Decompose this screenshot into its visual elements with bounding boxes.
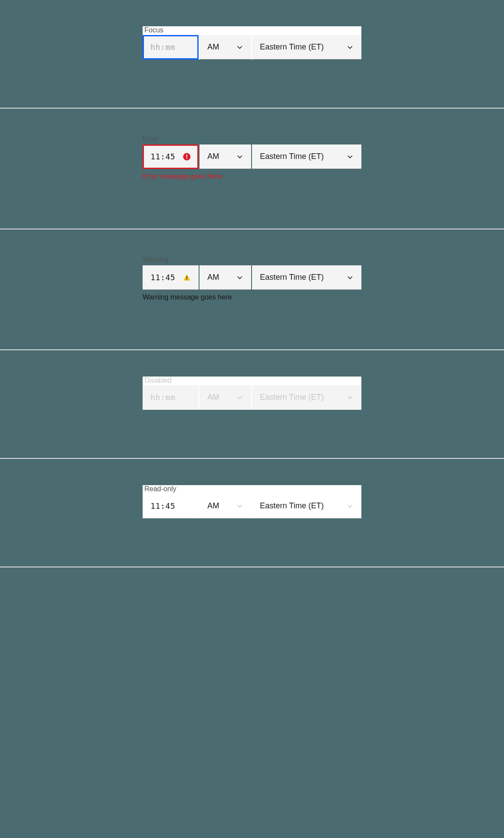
field-label: Error	[143, 135, 361, 144]
section-warning: Warning 11:45 AM Eastern Time (ET)	[0, 229, 504, 350]
time-picker-focus: Focus hh:mm AM Eastern Time (ET)	[143, 26, 361, 60]
field-label: Disabled	[143, 377, 361, 385]
timezone-value: Eastern Time (ET)	[260, 501, 324, 511]
error-filled-icon	[183, 153, 191, 161]
timezone-value: Eastern Time (ET)	[260, 273, 324, 282]
timezone-value: Eastern Time (ET)	[260, 42, 324, 52]
time-input: 11:45	[143, 494, 199, 518]
chevron-down-icon	[236, 394, 243, 401]
chevron-down-icon	[346, 153, 354, 160]
ampm-value: AM	[207, 42, 219, 52]
svg-rect-3	[186, 276, 187, 278]
time-placeholder: hh:mm	[150, 42, 175, 52]
ampm-value: AM	[207, 273, 219, 282]
warning-filled-icon	[183, 274, 191, 282]
chevron-down-icon	[346, 503, 354, 510]
timezone-select[interactable]: Eastern Time (ET)	[252, 265, 361, 290]
timezone-select: Eastern Time (ET)	[252, 385, 361, 410]
time-input[interactable]: 11:45	[143, 265, 199, 290]
chevron-down-icon	[346, 274, 354, 281]
time-picker-readonly: Read-only 11:45 AM Eastern Time (ET)	[143, 485, 361, 518]
error-message: Error message goes here	[143, 169, 361, 180]
time-picker-error: Error 11:45 AM Eastern Time (ET)	[143, 135, 361, 180]
ampm-select: AM	[200, 385, 251, 410]
chevron-down-icon	[236, 153, 243, 160]
field-row: 11:45 AM Eastern Time (ET)	[143, 494, 361, 518]
time-value: 11:45	[150, 501, 175, 511]
ampm-select: AM	[200, 494, 251, 518]
section-readonly: Read-only 11:45 AM Eastern Time (ET)	[0, 459, 504, 567]
field-label: Read-only	[143, 485, 361, 494]
section-disabled: Disabled hh:mm AM Eastern Time (ET)	[0, 350, 504, 459]
timezone-value: Eastern Time (ET)	[260, 152, 324, 161]
time-value: 11:45	[150, 273, 175, 282]
timezone-select[interactable]: Eastern Time (ET)	[252, 35, 361, 60]
svg-rect-1	[186, 154, 187, 157]
ampm-value: AM	[207, 393, 219, 402]
chevron-down-icon	[236, 503, 243, 510]
section-error: Error 11:45 AM Eastern Time (ET)	[0, 109, 504, 229]
time-placeholder: hh:mm	[150, 393, 175, 402]
time-value: 11:45	[150, 152, 175, 161]
ampm-select[interactable]: AM	[200, 265, 251, 290]
chevron-down-icon	[236, 274, 243, 281]
field-row: 11:45 AM Eastern Time (ET)	[143, 265, 361, 290]
chevron-down-icon	[236, 44, 243, 51]
svg-rect-4	[186, 279, 187, 280]
svg-rect-2	[186, 158, 187, 159]
warning-message: Warning message goes here	[143, 290, 361, 301]
timezone-select: Eastern Time (ET)	[252, 494, 361, 518]
time-picker-disabled: Disabled hh:mm AM Eastern Time (ET)	[143, 377, 361, 410]
time-input[interactable]: hh:mm	[143, 35, 199, 60]
ampm-select[interactable]: AM	[200, 35, 251, 60]
ampm-value: AM	[207, 501, 219, 511]
field-row: hh:mm AM Eastern Time (ET)	[143, 385, 361, 410]
field-label: Focus	[143, 26, 361, 35]
field-row: hh:mm AM Eastern Time (ET)	[143, 35, 361, 60]
time-input: hh:mm	[143, 385, 199, 410]
time-input[interactable]: 11:45	[143, 144, 199, 169]
timezone-select[interactable]: Eastern Time (ET)	[252, 144, 361, 169]
section-focus: Focus hh:mm AM Eastern Time (ET)	[0, 0, 504, 109]
field-label: Warning	[143, 256, 361, 265]
timezone-value: Eastern Time (ET)	[260, 393, 324, 402]
ampm-select[interactable]: AM	[200, 144, 251, 169]
time-picker-warning: Warning 11:45 AM Eastern Time (ET)	[143, 256, 361, 301]
chevron-down-icon	[346, 394, 354, 401]
chevron-down-icon	[346, 44, 354, 51]
ampm-value: AM	[207, 152, 219, 161]
field-row: 11:45 AM Eastern Time (ET)	[143, 144, 361, 169]
